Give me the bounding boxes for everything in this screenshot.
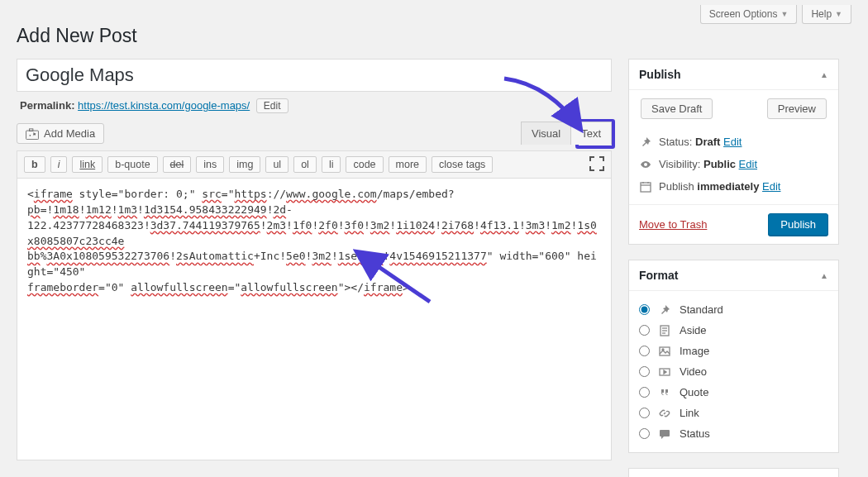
preview-button[interactable]: Preview [767, 98, 827, 119]
permalink-url[interactable]: https://test.kinsta.com/google-maps/ [78, 99, 250, 112]
chevron-up-icon: ▲ [820, 271, 828, 280]
visibility-value: Public [703, 158, 736, 170]
format-label: Standard [680, 303, 723, 316]
svg-rect-1 [30, 128, 33, 131]
save-draft-button[interactable]: Save Draft [641, 98, 713, 119]
qt-link[interactable]: link [72, 156, 103, 173]
qt-li[interactable]: li [322, 156, 341, 173]
qt-more[interactable]: more [389, 156, 427, 173]
format-label: Image [680, 345, 709, 357]
status-label: Status: [659, 136, 692, 148]
add-media-button[interactable]: Add Media [17, 123, 104, 144]
publish-box-header[interactable]: Publish ▲ [629, 60, 838, 90]
qt-img[interactable]: img [229, 156, 260, 173]
format-option-standard[interactable]: Standard [639, 299, 828, 320]
publish-box-title: Publish [639, 68, 681, 81]
permalink-edit-button[interactable]: Edit [256, 98, 289, 113]
chevron-down-icon: ▼ [780, 10, 788, 18]
format-option-link[interactable]: Link [639, 403, 828, 423]
calendar-icon [639, 181, 652, 193]
format-option-video[interactable]: Video [639, 361, 828, 382]
pin-icon [658, 304, 671, 316]
status-edit-link[interactable]: Edit [723, 136, 742, 148]
format-option-quote[interactable]: Quote [639, 382, 828, 403]
link-icon [658, 408, 671, 419]
svg-rect-11 [660, 347, 670, 355]
screen-options-tab[interactable]: Screen Options ▼ [700, 5, 798, 24]
post-title-input[interactable] [17, 59, 612, 92]
categories-box: Categories [628, 468, 839, 477]
screen-options-label: Screen Options [709, 8, 778, 20]
format-radio-image[interactable] [639, 346, 650, 356]
format-radio-status[interactable] [639, 428, 650, 439]
qt-bold[interactable]: b [24, 156, 45, 173]
qt-del[interactable]: del [163, 156, 192, 173]
svg-rect-0 [26, 131, 39, 140]
help-label: Help [811, 8, 832, 20]
format-radio-video[interactable] [639, 366, 650, 377]
svg-rect-3 [641, 183, 651, 192]
publish-box: Publish ▲ Save Draft Preview Status: Dra… [628, 59, 839, 245]
qt-ins[interactable]: ins [196, 156, 224, 173]
add-media-label: Add Media [44, 127, 95, 140]
chevron-up-icon: ▲ [820, 70, 828, 79]
format-radio-link[interactable] [639, 408, 650, 418]
schedule-label: Publish [659, 180, 694, 193]
media-icon [26, 128, 39, 140]
pin-icon [639, 136, 652, 148]
format-box-title: Format [639, 269, 678, 282]
format-label: Quote [680, 386, 708, 398]
format-radio-aside[interactable] [639, 325, 650, 336]
format-label: Aside [680, 324, 707, 336]
format-radio-quote[interactable] [639, 387, 650, 398]
qt-ul[interactable]: ul [265, 156, 289, 173]
format-radio-standard[interactable] [639, 304, 650, 315]
editor-tab-visual[interactable]: Visual [521, 122, 571, 145]
editor-container: b i link b-quote del ins img ul ol li co… [17, 150, 612, 460]
quote-icon [658, 387, 671, 398]
qt-italic[interactable]: i [50, 156, 68, 173]
eye-icon [639, 159, 652, 170]
image-icon [658, 346, 671, 357]
content-textarea[interactable]: <iframe style="border: 0;" src="https://… [17, 179, 611, 460]
move-to-trash-link[interactable]: Move to Trash [639, 218, 707, 231]
format-option-aside[interactable]: Aside [639, 320, 828, 341]
format-box-header[interactable]: Format ▲ [629, 260, 838, 291]
visibility-edit-link[interactable]: Edit [739, 158, 757, 170]
fullscreen-icon[interactable] [589, 156, 604, 171]
publish-button[interactable]: Publish [768, 213, 828, 236]
qt-code[interactable]: code [346, 156, 383, 173]
visibility-label: Visibility: [659, 158, 700, 170]
format-label: Link [680, 407, 699, 419]
schedule-value: immediately [697, 180, 759, 193]
qt-blockquote[interactable]: b-quote [107, 156, 157, 173]
format-option-image[interactable]: Image [639, 341, 828, 361]
video-icon [658, 366, 671, 378]
format-box: Format ▲ Standard Aside [628, 260, 839, 453]
page-title: Add New Post [17, 25, 851, 47]
format-label: Status [680, 427, 710, 440]
format-option-status[interactable]: Status [639, 423, 828, 444]
help-tab[interactable]: Help ▼ [802, 5, 851, 24]
quicktags-toolbar: b i link b-quote del ins img ul ol li co… [17, 151, 611, 179]
qt-ol[interactable]: ol [293, 156, 317, 173]
editor-tab-text[interactable]: Text [571, 122, 612, 145]
chat-icon [658, 428, 671, 440]
document-icon [658, 325, 671, 336]
format-label: Video [680, 365, 707, 378]
chevron-down-icon: ▼ [835, 10, 842, 18]
qt-close-tags[interactable]: close tags [432, 156, 493, 173]
permalink-label: Permalink: [20, 99, 74, 112]
schedule-edit-link[interactable]: Edit [762, 180, 780, 193]
categories-box-header[interactable]: Categories [629, 469, 838, 477]
svg-point-2 [30, 134, 31, 136]
status-value: Draft [695, 136, 720, 148]
